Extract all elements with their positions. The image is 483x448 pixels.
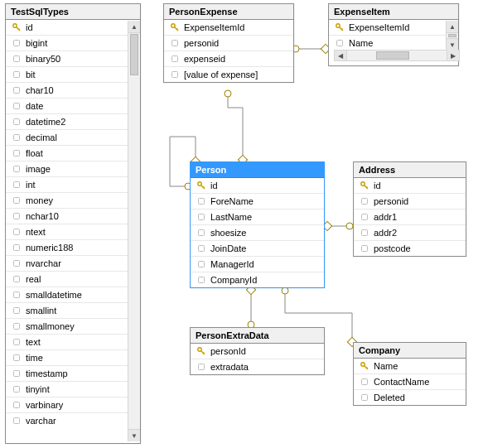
column-name: Deleted <box>374 393 461 402</box>
svg-rect-65 <box>362 199 368 205</box>
column-name: JoinDate <box>210 243 319 253</box>
table-personexpense[interactable]: PersonExpense ExpenseItemIdpersonidexpen… <box>163 3 294 83</box>
horizontal-scrollbar[interactable]: ◀ ▶ <box>334 50 460 61</box>
column-name: extradata <box>210 362 319 372</box>
column-row[interactable]: nchar10 <box>6 209 140 224</box>
vertical-scrollbar[interactable]: ▲ ▼ <box>446 21 458 51</box>
column-row[interactable]: datetime2 <box>6 114 140 130</box>
column-row[interactable]: expenseid <box>164 51 293 67</box>
table-testsqltypes[interactable]: TestSqlTypes idbigintbinary50bitchar10da… <box>5 3 141 444</box>
column-row[interactable]: addr2 <box>354 225 466 241</box>
column-name: binary50 <box>26 54 127 64</box>
scroll-right-icon[interactable]: ▶ <box>447 51 459 60</box>
scroll-thumb[interactable] <box>130 34 138 75</box>
svg-rect-34 <box>14 292 20 298</box>
column-row[interactable]: varchar <box>6 413 140 428</box>
column-row[interactable]: id <box>191 178 324 194</box>
column-icon <box>11 369 22 378</box>
scroll-left-icon[interactable]: ◀ <box>335 51 347 60</box>
column-row[interactable]: int <box>6 177 140 193</box>
svg-rect-38 <box>14 355 20 361</box>
column-row[interactable]: JoinDate <box>191 241 324 257</box>
column-row[interactable]: extradata <box>191 359 324 374</box>
column-row[interactable]: Name <box>354 359 466 374</box>
column-row[interactable]: ntext <box>6 224 140 240</box>
column-row[interactable]: ManagerId <box>191 257 324 272</box>
column-row[interactable]: bit <box>6 67 140 83</box>
column-row[interactable]: timestamp <box>6 366 140 382</box>
svg-rect-32 <box>14 261 20 267</box>
column-row[interactable]: shoesize <box>191 225 324 241</box>
scroll-up-icon[interactable]: ▲ <box>447 21 458 33</box>
svg-rect-22 <box>14 104 20 109</box>
table-personextradata[interactable]: PersonExtraData personIdextradata <box>190 327 325 375</box>
column-row[interactable]: personid <box>164 36 293 51</box>
column-row[interactable]: smalldatetime <box>6 287 140 303</box>
column-name: date <box>26 101 127 111</box>
column-row[interactable]: personid <box>354 194 466 210</box>
column-row[interactable]: bigint <box>6 36 140 51</box>
column-icon <box>196 275 207 285</box>
column-icon <box>11 400 22 410</box>
column-row[interactable]: decimal <box>6 130 140 146</box>
column-icon <box>11 164 22 174</box>
column-row[interactable]: numeric188 <box>6 240 140 256</box>
column-icon <box>196 259 207 269</box>
column-icon <box>11 180 22 190</box>
column-row[interactable]: ExpenseItemId <box>329 20 458 36</box>
scroll-down-icon[interactable]: ▼ <box>447 38 458 51</box>
table-person[interactable]: Person idForeNameLastNameshoesizeJoinDat… <box>190 161 325 288</box>
column-row[interactable]: float <box>6 146 140 161</box>
table-title: Company <box>354 343 466 359</box>
column-name: ForeName <box>210 196 319 206</box>
column-name: ExpenseItemId <box>184 22 288 32</box>
column-row[interactable]: LastName <box>191 210 324 225</box>
column-row[interactable]: personId <box>191 344 324 359</box>
column-list: idpersonidaddr1addr2postcode <box>354 178 466 256</box>
column-row[interactable]: time <box>6 350 140 366</box>
column-row[interactable]: addr1 <box>354 210 466 225</box>
column-row[interactable]: ForeName <box>191 194 324 210</box>
column-row[interactable]: binary50 <box>6 51 140 67</box>
column-row[interactable]: real <box>6 272 140 287</box>
table-address[interactable]: Address idpersonidaddr1addr2postcode <box>353 161 466 257</box>
column-name: personid <box>374 196 461 206</box>
scroll-thumb[interactable] <box>448 34 456 37</box>
column-icon <box>11 148 22 158</box>
svg-rect-19 <box>14 56 20 62</box>
column-row[interactable]: [value of expense] <box>164 67 293 82</box>
column-list: NameContactNameDeleted <box>354 359 466 405</box>
column-row[interactable]: id <box>6 20 140 36</box>
column-row[interactable]: postcode <box>354 241 466 256</box>
column-row[interactable]: varbinary <box>6 397 140 413</box>
column-row[interactable]: money <box>6 193 140 209</box>
column-row[interactable]: Name <box>329 36 458 51</box>
column-name: addr2 <box>374 228 461 238</box>
svg-rect-36 <box>14 324 20 330</box>
column-icon <box>359 212 370 222</box>
vertical-scrollbar[interactable]: ▲ ▼ <box>128 21 140 441</box>
column-row[interactable]: nvarchar <box>6 256 140 272</box>
column-row[interactable]: smallint <box>6 303 140 319</box>
table-company[interactable]: Company NameContactNameDeleted <box>353 342 466 406</box>
column-row[interactable]: smallmoney <box>6 319 140 335</box>
column-row[interactable]: id <box>354 178 466 194</box>
column-row[interactable]: ExpenseItemId <box>164 20 293 36</box>
svg-rect-33 <box>14 277 20 282</box>
column-row[interactable]: date <box>6 99 140 114</box>
scroll-down-icon[interactable]: ▼ <box>128 429 140 441</box>
svg-rect-56 <box>199 199 205 205</box>
column-row[interactable]: image <box>6 161 140 177</box>
column-row[interactable]: char10 <box>6 83 140 99</box>
column-row[interactable]: text <box>6 335 140 350</box>
primary-key-icon <box>196 181 207 190</box>
column-row[interactable]: CompanyId <box>191 272 324 287</box>
svg-rect-37 <box>14 340 20 345</box>
scroll-up-icon[interactable]: ▲ <box>128 21 140 33</box>
column-row[interactable]: tinyint <box>6 382 140 397</box>
scroll-thumb[interactable] <box>376 51 409 60</box>
table-title: TestSqlTypes <box>6 4 140 20</box>
column-row[interactable]: ContactName <box>354 374 466 390</box>
table-expenseitem[interactable]: ExpenseItem ExpenseItemIdName ◀ ▶ ▲ ▼ <box>328 3 459 66</box>
column-row[interactable]: Deleted <box>354 390 466 405</box>
